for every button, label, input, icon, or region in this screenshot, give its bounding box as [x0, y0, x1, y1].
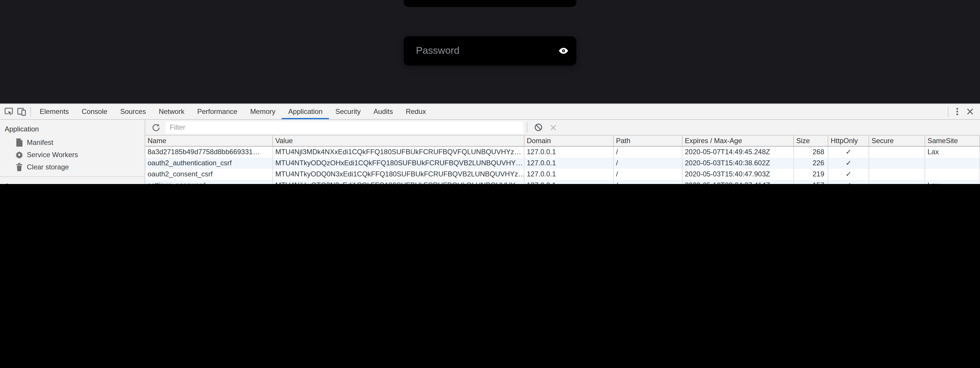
sidebar-section-application: Application Manifest Service Workers	[0, 120, 145, 177]
cell-size: 219	[794, 169, 828, 180]
column-header-size[interactable]: Size	[794, 136, 828, 146]
column-header-expires[interactable]: Expires / Max-Age	[682, 136, 794, 146]
cell-secure	[869, 180, 925, 184]
sidebar-item-service-workers[interactable]: Service Workers	[0, 148, 145, 161]
toolbar-divider	[30, 107, 31, 117]
password-placeholder: Password	[416, 45, 558, 57]
filter-input[interactable]	[165, 121, 523, 133]
clear-filter-icon[interactable]	[534, 123, 542, 132]
cell-name: oauth2_consent_csrf	[145, 169, 273, 180]
cell-path: /	[614, 147, 682, 158]
sidebar-section-storage: Storage Local Storage Session Storage	[0, 177, 145, 184]
cell-expires: 2020-05-03T15:40:47.903Z	[682, 169, 794, 180]
cell-httponly: ✓	[828, 158, 869, 169]
cell-expires: 2020-05-10T09:04:37.414Z	[682, 180, 794, 184]
cookies-table-body: 8a3d27185b49d7758d8bb669331… MTU4Njl3MDk…	[145, 147, 980, 184]
tab-elements[interactable]: Elements	[33, 104, 75, 119]
cell-size: 268	[794, 147, 828, 158]
sidebar-item-label: Clear storage	[27, 163, 69, 171]
cell-path: /	[614, 180, 682, 184]
column-header-secure[interactable]: Secure	[869, 136, 925, 146]
cell-domain: 127.0.0.1	[524, 169, 614, 180]
inspect-element-icon[interactable]	[2, 104, 15, 119]
screen: Password Elements Console Sources Networ…	[0, 0, 980, 184]
cell-size: 157	[794, 180, 828, 184]
cell-samesite	[925, 158, 980, 169]
cell-value: MTU4NTkyODQ0N3xEdi1CQkFFQ180SUFBUkFCRUFB…	[273, 169, 524, 180]
kebab-menu-icon[interactable]	[951, 104, 964, 119]
refresh-icon[interactable]	[151, 123, 161, 132]
clear-search-icon[interactable]	[549, 123, 558, 132]
cell-name: 8a3d27185b49d7758d8bb669331…	[145, 147, 273, 158]
cell-path: /	[614, 169, 682, 180]
cell-value: MTU4NjUwOTQ3N3xEdi1CQkFFQ180SUFBUkFCRUFB…	[273, 180, 524, 184]
tab-application[interactable]: Application	[282, 104, 329, 119]
tab-redux[interactable]: Redux	[399, 104, 432, 119]
sidebar-item-clear-storage[interactable]: Clear storage	[0, 161, 145, 173]
section-title: Application	[0, 122, 145, 136]
cell-domain: 127.0.0.1	[524, 158, 614, 169]
column-header-path[interactable]: Path	[614, 136, 682, 146]
column-header-samesite[interactable]: SameSite	[925, 136, 980, 146]
cell-secure	[869, 169, 925, 180]
cell-samesite: Lax	[925, 180, 980, 184]
cell-value: MTU4NTkyODQzOHxEdi1CQkFFQ180SUFBUkFCRUFB…	[273, 158, 524, 169]
column-header-value[interactable]: Value	[273, 136, 524, 146]
login-page-background: Password	[0, 0, 980, 103]
tab-memory[interactable]: Memory	[244, 104, 282, 119]
gear-icon	[15, 150, 23, 158]
tab-console[interactable]: Console	[75, 104, 114, 119]
cell-httponly: ✓	[828, 180, 869, 184]
column-header-domain[interactable]: Domain	[524, 136, 614, 146]
toolbar-divider	[948, 107, 948, 117]
cookies-panel: Name Value Domain Path Expires / Max-Age…	[145, 120, 980, 184]
column-header-httponly[interactable]: HttpOnly	[828, 136, 869, 146]
section-title: Storage	[0, 179, 145, 184]
cookies-table-header: Name Value Domain Path Expires / Max-Age…	[145, 136, 980, 147]
close-icon[interactable]	[964, 104, 977, 119]
column-header-name[interactable]: Name	[145, 136, 273, 146]
cell-name: oauth2_authentication_csrf	[145, 158, 273, 169]
devtools-tabbar: Elements Console Sources Network Perform…	[0, 104, 980, 120]
toolbar-divider	[527, 122, 527, 133]
tab-audits[interactable]: Audits	[367, 104, 399, 119]
cookie-row[interactable]: settings_password MTU4NjUwOTQ3N3xEdi1CQk…	[145, 180, 980, 184]
cell-expires: 2020-05-07T14:49:45.248Z	[682, 147, 794, 158]
sidebar-item-label: Manifest	[27, 138, 53, 146]
cell-size: 226	[794, 158, 828, 169]
document-icon	[15, 138, 23, 146]
cookie-row[interactable]: 8a3d27185b49d7758d8bb669331… MTU4Njl3MDk…	[145, 147, 980, 158]
trash-icon	[15, 163, 23, 171]
cell-httponly: ✓	[828, 169, 869, 180]
tab-security[interactable]: Security	[329, 104, 367, 119]
cell-samesite	[925, 169, 980, 180]
cell-secure	[869, 147, 925, 158]
tab-performance[interactable]: Performance	[191, 104, 243, 119]
cell-domain: 127.0.0.1	[524, 147, 614, 158]
cell-name: settings_password	[145, 180, 273, 184]
tab-network[interactable]: Network	[152, 104, 191, 119]
devtools-panel: Elements Console Sources Network Perform…	[0, 103, 980, 184]
device-toolbar-icon[interactable]	[15, 104, 28, 119]
show-password-eye-icon[interactable]	[558, 46, 569, 56]
cell-path: /	[614, 158, 682, 169]
cell-expires: 2020-05-03T15:40:38.602Z	[682, 158, 794, 169]
cookies-toolbar	[145, 120, 980, 136]
cell-value: MTU4Njl3MDk4NXxEdi1CQkFFQ180SUFBUkFCRUFB…	[273, 147, 524, 158]
password-field[interactable]: Password	[404, 36, 576, 66]
cell-samesite: Lax	[925, 147, 980, 158]
cell-secure	[869, 158, 925, 169]
cell-httponly: ✓	[828, 147, 869, 158]
cookie-row[interactable]: oauth2_authentication_csrf MTU4NTkyODQzO…	[145, 158, 980, 169]
tab-sources[interactable]: Sources	[114, 104, 152, 119]
sidebar-item-label: Service Workers	[27, 150, 78, 158]
cell-domain: 127.0.0.1	[524, 180, 614, 184]
cookie-row[interactable]: oauth2_consent_csrf MTU4NTkyODQ0N3xEdi1C…	[145, 169, 980, 180]
sidebar-item-manifest[interactable]: Manifest	[0, 136, 145, 148]
username-field-cutoff[interactable]	[404, 0, 576, 7]
application-sidebar: Application Manifest Service Workers	[0, 120, 145, 184]
